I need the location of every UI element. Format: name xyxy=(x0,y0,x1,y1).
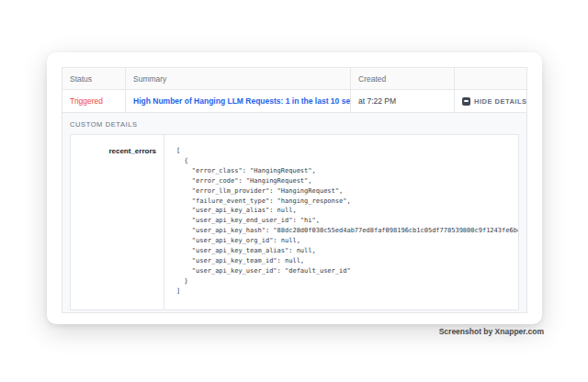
details-key-column: recent_errors xyxy=(71,135,164,309)
column-header-created: Created xyxy=(350,68,454,89)
column-header-summary: Summary xyxy=(125,68,350,89)
created-cell: at 7:22 PM xyxy=(350,90,454,112)
xnapper-watermark: Screenshot by Xnapper.com xyxy=(439,327,544,336)
details-value-column: [ { "error_class": "HangingRequest", "er… xyxy=(164,135,518,309)
custom-details-heading: CUSTOM DETAILS xyxy=(70,120,519,129)
column-header-status: Status xyxy=(62,68,125,89)
alert-details-card: Status Summary Created Triggered High Nu… xyxy=(47,52,542,324)
custom-details-panel: CUSTOM DETAILS recent_errors [ { "error_… xyxy=(62,113,526,312)
details-key-label: recent_errors xyxy=(108,147,156,155)
column-header-actions xyxy=(454,68,526,89)
table-header-row: Status Summary Created xyxy=(62,68,526,90)
status-badge: Triggered xyxy=(70,96,103,106)
alerts-table: Status Summary Created Triggered High Nu… xyxy=(62,67,527,313)
hide-details-button[interactable]: HIDE DETAILS xyxy=(462,97,526,106)
details-key-value-box: recent_errors [ { "error_class": "Hangin… xyxy=(70,134,519,310)
recent-errors-json: [ { "error_class": "HangingRequest", "er… xyxy=(164,135,518,309)
actions-cell: HIDE DETAILS xyxy=(454,90,526,112)
created-timestamp: at 7:22 PM xyxy=(358,96,396,106)
status-cell: Triggered xyxy=(62,90,125,112)
alert-summary-link[interactable]: High Number of Hanging LLM Requests: 1 i… xyxy=(133,96,350,106)
minus-square-icon xyxy=(462,97,470,106)
hide-details-label: HIDE DETAILS xyxy=(474,97,526,106)
summary-cell: High Number of Hanging LLM Requests: 1 i… xyxy=(125,90,350,112)
table-row: Triggered High Number of Hanging LLM Req… xyxy=(62,90,526,113)
